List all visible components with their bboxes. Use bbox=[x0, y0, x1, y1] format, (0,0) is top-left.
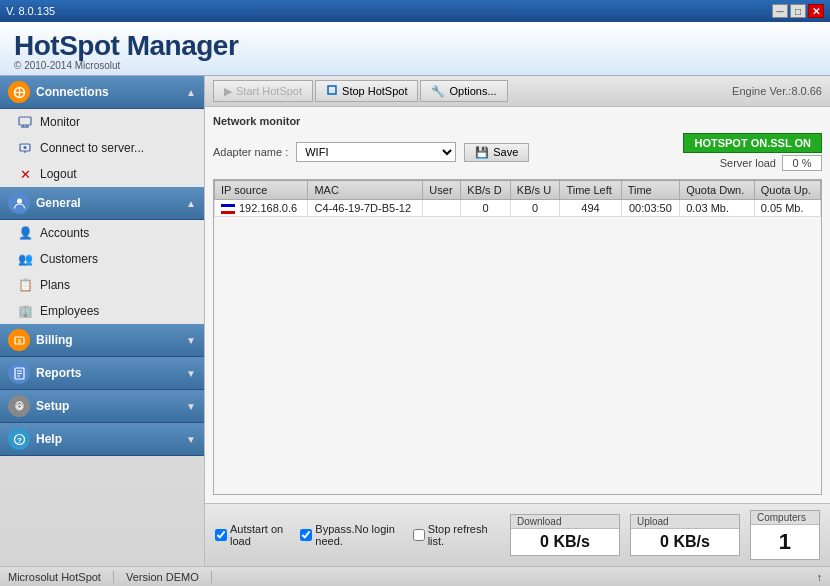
employees-label: Employees bbox=[40, 304, 99, 318]
sidebar-section-setup[interactable]: Setup ▼ bbox=[0, 390, 204, 423]
titlebar-version: V. 8.0.135 bbox=[6, 5, 55, 17]
svg-text:?: ? bbox=[17, 436, 22, 445]
bypass-checkbox[interactable] bbox=[300, 529, 312, 541]
download-label: Download bbox=[511, 515, 619, 529]
sidebar-section-billing[interactable]: Billing ▼ bbox=[0, 324, 204, 357]
options-button[interactable]: 🔧 Options... bbox=[420, 80, 507, 102]
plans-label: Plans bbox=[40, 278, 70, 292]
connections-table-wrapper: IP source MAC User KB/s D KB/s U Time Le… bbox=[213, 179, 822, 495]
svg-point-10 bbox=[17, 198, 22, 203]
status-bar-sections: Microsolut HotSpot Version DEMO bbox=[8, 571, 212, 583]
bypass-checkbox-label[interactable]: Bypass.No login need. bbox=[300, 523, 402, 547]
titlebar: V. 8.0.135 ─ □ ✕ bbox=[0, 0, 830, 22]
sidebar-section-help[interactable]: ? Help ▼ bbox=[0, 423, 204, 456]
svg-point-9 bbox=[24, 146, 27, 149]
content-area: Connections ▲ Monitor Connect to server.… bbox=[0, 76, 830, 566]
stop-refresh-checkbox-label[interactable]: Stop refresh list. bbox=[413, 523, 490, 547]
titlebar-controls: ─ □ ✕ bbox=[772, 4, 824, 18]
cell-time: 00:03:50 bbox=[621, 200, 680, 217]
minimize-button[interactable]: ─ bbox=[772, 4, 788, 18]
billing-label: Billing bbox=[36, 333, 73, 347]
server-load-value: 0 % bbox=[782, 155, 822, 171]
download-value: 0 KB/s bbox=[511, 529, 619, 555]
close-button[interactable]: ✕ bbox=[808, 4, 824, 18]
billing-icon bbox=[8, 329, 30, 351]
col-timeleft: Time Left bbox=[560, 181, 621, 200]
save-button[interactable]: 💾 Save bbox=[464, 143, 529, 162]
autstart-checkbox-label[interactable]: Autstart on load bbox=[215, 523, 290, 547]
reports-icon bbox=[8, 362, 30, 384]
help-icon: ? bbox=[8, 428, 30, 450]
setup-icon bbox=[8, 395, 30, 417]
setup-chevron: ▼ bbox=[186, 401, 196, 412]
sidebar-item-customers[interactable]: 👥 Customers bbox=[0, 246, 204, 272]
app-header: HotSpot Manager © 2010-2014 Microsolut bbox=[0, 22, 830, 76]
hotspot-status: HOTSPOT ON.SSL ON bbox=[683, 133, 822, 153]
save-icon: 💾 bbox=[475, 146, 489, 159]
server-load-row: Server load 0 % bbox=[720, 155, 822, 171]
toolbar-buttons: ▶ Start HotSpot Stop HotSpot 🔧 Options..… bbox=[213, 80, 508, 102]
sidebar-item-logout[interactable]: ✕ Logout bbox=[0, 161, 204, 187]
autstart-checkbox[interactable] bbox=[215, 529, 227, 541]
sidebar-section-general[interactable]: General ▲ bbox=[0, 187, 204, 220]
sidebar-item-monitor[interactable]: Monitor bbox=[0, 109, 204, 135]
sidebar-item-employees[interactable]: 🏢 Employees bbox=[0, 298, 204, 324]
svg-rect-3 bbox=[19, 117, 31, 125]
engine-version: Engine Ver.:8.0.66 bbox=[732, 85, 822, 97]
col-time: Time bbox=[621, 181, 680, 200]
col-quotaup: Quota Up. bbox=[754, 181, 820, 200]
status-area: HOTSPOT ON.SSL ON Server load 0 % bbox=[683, 133, 822, 171]
cell-timeleft: 494 bbox=[560, 200, 621, 217]
network-monitor-title: Network monitor bbox=[213, 115, 822, 127]
status-left: Microsolut HotSpot bbox=[8, 571, 114, 583]
flag-icon bbox=[221, 204, 235, 214]
sidebar-item-plans[interactable]: 📋 Plans bbox=[0, 272, 204, 298]
adapter-select[interactable]: WIFI bbox=[296, 142, 456, 162]
cell-kbsu: 0 bbox=[510, 200, 560, 217]
upload-stat-box: Upload 0 KB/s bbox=[630, 514, 740, 556]
logout-label: Logout bbox=[40, 167, 77, 181]
computers-value: 1 bbox=[751, 525, 819, 559]
reports-label: Reports bbox=[36, 366, 81, 380]
network-monitor: Network monitor Adapter name : WIFI 💾 Sa… bbox=[205, 107, 830, 503]
stop-refresh-checkbox[interactable] bbox=[413, 529, 425, 541]
table-row: 192.168.0.6 C4-46-19-7D-B5-12 0 0 494 00… bbox=[215, 200, 821, 217]
customers-label: Customers bbox=[40, 252, 98, 266]
logout-icon: ✕ bbox=[16, 165, 34, 183]
connect-server-icon bbox=[16, 139, 34, 157]
sidebar: Connections ▲ Monitor Connect to server.… bbox=[0, 76, 205, 566]
accounts-icon: 👤 bbox=[16, 224, 34, 242]
play-icon: ▶ bbox=[224, 85, 232, 98]
col-mac: MAC bbox=[308, 181, 423, 200]
col-ip: IP source bbox=[215, 181, 308, 200]
sidebar-item-accounts[interactable]: 👤 Accounts bbox=[0, 220, 204, 246]
start-hotspot-button[interactable]: ▶ Start HotSpot bbox=[213, 80, 313, 102]
download-stat-box: Download 0 KB/s bbox=[510, 514, 620, 556]
computers-label: Computers bbox=[751, 511, 819, 525]
stop-hotspot-button[interactable]: Stop HotSpot bbox=[315, 80, 418, 102]
cell-kbsd: 0 bbox=[461, 200, 511, 217]
stop-icon bbox=[326, 84, 338, 98]
computers-stat-box: Computers 1 bbox=[750, 510, 820, 560]
monitor-controls: Adapter name : WIFI 💾 Save HOTSPOT ON.SS… bbox=[213, 133, 822, 171]
connections-chevron: ▲ bbox=[186, 87, 196, 98]
toolbar: ▶ Start HotSpot Stop HotSpot 🔧 Options..… bbox=[205, 76, 830, 107]
help-chevron: ▼ bbox=[186, 434, 196, 445]
cell-quotadwn: 0.03 Mb. bbox=[680, 200, 755, 217]
sidebar-section-connections[interactable]: Connections ▲ bbox=[0, 76, 204, 109]
svg-point-18 bbox=[17, 404, 21, 408]
adapter-label: Adapter name : bbox=[213, 146, 288, 158]
cell-ip: 192.168.0.6 bbox=[215, 200, 308, 217]
restore-button[interactable]: □ bbox=[790, 4, 806, 18]
col-user: User bbox=[423, 181, 461, 200]
cell-user bbox=[423, 200, 461, 217]
upload-label: Upload bbox=[631, 515, 739, 529]
accounts-label: Accounts bbox=[40, 226, 89, 240]
main-panel: ▶ Start HotSpot Stop HotSpot 🔧 Options..… bbox=[205, 76, 830, 566]
plans-icon: 📋 bbox=[16, 276, 34, 294]
sidebar-item-connect-server[interactable]: Connect to server... bbox=[0, 135, 204, 161]
sidebar-section-reports[interactable]: Reports ▼ bbox=[0, 357, 204, 390]
app-title: HotSpot Manager bbox=[14, 30, 816, 62]
col-kbsu: KB/s U bbox=[510, 181, 560, 200]
connections-icon bbox=[8, 81, 30, 103]
